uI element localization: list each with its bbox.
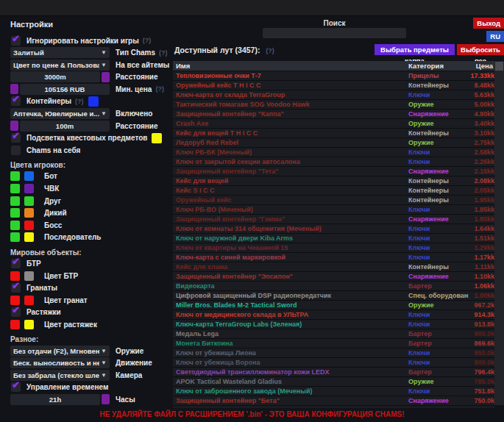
color-swatch[interactable] bbox=[10, 232, 20, 242]
checkbox[interactable] bbox=[11, 96, 21, 106]
table-row[interactable]: Тепловизионные очки Т-7Прицелы17.33kk bbox=[173, 71, 494, 80]
checkbox[interactable] bbox=[11, 283, 21, 293]
table-row[interactable]: Защищенный контейнер "Гамма"Снаряжение1.… bbox=[173, 214, 494, 223]
color-swatch[interactable] bbox=[24, 184, 34, 193]
scrollbar-thumb[interactable] bbox=[495, 62, 503, 71]
dropdown[interactable]: Без отдачи (F2), Мгновенное п▼ bbox=[10, 346, 110, 357]
item-category: Ключи bbox=[408, 225, 469, 232]
table-row[interactable]: Защищенный контейнер "Бета"Снаряжение750… bbox=[173, 396, 494, 405]
checkbox[interactable] bbox=[11, 382, 21, 392]
table-row[interactable]: Медаль LegaБартер900.0k bbox=[173, 329, 494, 338]
table-row[interactable]: Кейс S I C CКонтейнеры2.05kk bbox=[173, 185, 494, 195]
table-row[interactable]: Оружейный кейсКонтейнеры1.95kk bbox=[173, 195, 494, 204]
item-category: Ключи bbox=[408, 91, 469, 99]
item-name: Тепловизионные очки Т-7 bbox=[173, 72, 408, 79]
table-row[interactable]: Ключ-карта TerraGroup Labs (Зеленая)Ключ… bbox=[173, 319, 494, 329]
checkbox[interactable] bbox=[11, 259, 21, 268]
table-row[interactable]: Тактический томагавк SOG Voodoo HawkОруж… bbox=[173, 99, 494, 109]
color-swatch[interactable] bbox=[10, 121, 18, 131]
table-row[interactable]: Ледоруб Red RebelОружие2.75kk bbox=[173, 137, 494, 147]
color-swatch[interactable] bbox=[24, 221, 34, 230]
table-row[interactable]: Ключ от комнаты 314 общежития (Меченый)К… bbox=[173, 223, 494, 233]
column-name[interactable]: Имя bbox=[173, 62, 408, 70]
color-swatch[interactable] bbox=[88, 96, 99, 107]
color-swatch[interactable] bbox=[24, 196, 34, 206]
color-swatch[interactable] bbox=[152, 133, 162, 143]
text-input[interactable]: 100m bbox=[20, 121, 110, 132]
column-price[interactable]: Цена bbox=[469, 62, 494, 70]
checkbox[interactable] bbox=[11, 36, 21, 46]
checkbox[interactable] bbox=[11, 133, 21, 143]
table-row[interactable]: ВидеокартаБартер1.06kk bbox=[173, 281, 494, 290]
table-row[interactable]: Ключ от квартиры на Чеканной 15Ключи1.29… bbox=[173, 243, 494, 252]
table-row[interactable]: Ключ РБ-БК (Меченый)Ключи2.58kk bbox=[173, 147, 494, 157]
dropdown-value: Цвет по цене & Пользователь bbox=[13, 61, 99, 69]
color-swatch[interactable] bbox=[24, 320, 34, 329]
table-row[interactable]: Miller Bros. Blades M-2 Tactical SwordОр… bbox=[173, 300, 494, 310]
search-input[interactable] bbox=[263, 28, 406, 38]
color-swatch[interactable] bbox=[24, 271, 34, 281]
text-input[interactable]: 21h bbox=[10, 394, 100, 405]
table-row[interactable]: Ключ от убежища ЛионаКлючи850.0k bbox=[173, 348, 494, 357]
column-category[interactable]: Категория bbox=[408, 62, 469, 70]
dropdown[interactable]: Цвет по цене & Пользователь▼ bbox=[10, 60, 110, 71]
table-row[interactable]: Защищенный контейнер "Каппа"Снаряжение4.… bbox=[173, 109, 494, 118]
color-swatch[interactable] bbox=[10, 184, 20, 193]
color-swatch[interactable] bbox=[10, 171, 20, 181]
table-row[interactable]: Цифровой защищенный DSP радиопередатчикС… bbox=[173, 290, 494, 300]
item-price: 1.11kk bbox=[469, 263, 494, 271]
color-swatch[interactable] bbox=[10, 208, 20, 218]
item-name: Ключ РБ-ВО (Меченый) bbox=[173, 206, 408, 213]
table-row[interactable]: Кейс для вещейКонтейнеры2.08kk bbox=[173, 176, 494, 185]
table-row[interactable]: Защищенный контейнер "Эпсилон"Снаряжение… bbox=[173, 271, 494, 281]
checkbox-label: Управление временем bbox=[26, 383, 108, 391]
item-name: Ледоруб Red Rebel bbox=[173, 139, 408, 146]
text-input[interactable]: 3000m bbox=[10, 71, 100, 82]
color-swatch[interactable] bbox=[10, 221, 20, 230]
table-row[interactable]: Ключ от медицинского склада в УЛЬТРАКлюч… bbox=[173, 310, 494, 319]
dropdown[interactable]: Залитый▼ bbox=[10, 47, 110, 58]
language-button[interactable]: RU bbox=[486, 31, 504, 42]
settings-row: Последователь bbox=[10, 232, 169, 243]
color-swatch[interactable] bbox=[10, 296, 20, 305]
table-row[interactable]: Ключ РБ-ВО (Меченый)Ключи1.85kk bbox=[173, 204, 494, 214]
table-row[interactable]: Ключ от убежища ВоронаКлючи800.0k bbox=[173, 357, 494, 367]
color-swatch[interactable] bbox=[24, 208, 34, 218]
table-row[interactable]: Защищенный контейнер "Тета"Снаряжение2.1… bbox=[173, 166, 494, 176]
color-swatch[interactable] bbox=[10, 320, 20, 329]
table-row[interactable]: Светодиодный трансиллюминатор кожи LEDXБ… bbox=[173, 367, 494, 376]
exit-button[interactable]: Выход bbox=[473, 18, 504, 29]
table-row[interactable]: Ключ от заброшенного завода (Меченый)Клю… bbox=[173, 386, 494, 396]
table-row[interactable]: Кейс для хламаКонтейнеры1.11kk bbox=[173, 262, 494, 271]
select-kappa-items-button[interactable]: Выбрать предметы каппа bbox=[375, 44, 455, 55]
color-swatch[interactable] bbox=[10, 271, 20, 281]
table-row[interactable]: APOK Tactical Wasteland GladiusОружие785… bbox=[173, 376, 494, 386]
table-row[interactable]: Ключ-карта от склада TerraGroupКлючи5.63… bbox=[173, 90, 494, 99]
item-price: 1.10kk bbox=[469, 273, 494, 280]
table-row[interactable]: Ключ от наружной двери Kiba ArmsКлючи1.5… bbox=[173, 233, 494, 243]
color-swatch[interactable] bbox=[102, 72, 110, 82]
color-swatch[interactable] bbox=[102, 394, 110, 404]
table-row[interactable]: Ключ от закрытой секции автосалонаКлючи2… bbox=[173, 157, 494, 166]
checkbox[interactable] bbox=[11, 307, 21, 317]
checkbox[interactable] bbox=[11, 146, 21, 155]
color-swatch[interactable] bbox=[10, 196, 20, 206]
color-swatch[interactable] bbox=[10, 84, 18, 94]
text-input[interactable]: 105156 RUB bbox=[20, 84, 110, 95]
table-row[interactable]: Кейс для вещей T H I C CКонтейнеры3.10kk bbox=[173, 128, 494, 137]
table-row[interactable]: Монета БиткоинаБартер869.6k bbox=[173, 338, 494, 348]
table-row[interactable]: Оружейный кейс T H I C CКонтейнеры8.48kk bbox=[173, 80, 494, 90]
color-swatch[interactable] bbox=[24, 171, 34, 181]
table-scrollbar[interactable] bbox=[494, 61, 504, 405]
item-category: Контейнеры bbox=[408, 82, 469, 89]
dropdown[interactable]: Беск. выносливость и нет уста▼ bbox=[10, 357, 110, 368]
dropdown[interactable]: Аптечка, Ювелирные и...▼ bbox=[10, 108, 110, 119]
color-swatch[interactable] bbox=[24, 232, 34, 242]
dropdown[interactable]: Без забрала (стекло шлема)▼ bbox=[10, 370, 110, 381]
color-swatch[interactable] bbox=[24, 296, 34, 305]
item-price: 913.8k bbox=[469, 321, 494, 328]
table-row[interactable]: Crash AxeОружие3.40kk bbox=[173, 118, 494, 128]
table-row[interactable]: Ключ-карта с синей маркировкойКлючи1.17k… bbox=[173, 252, 494, 262]
drop-all-button[interactable]: Выбросить все bbox=[457, 44, 504, 55]
item-name: Защищенный контейнер "Эпсилон" bbox=[173, 273, 408, 280]
